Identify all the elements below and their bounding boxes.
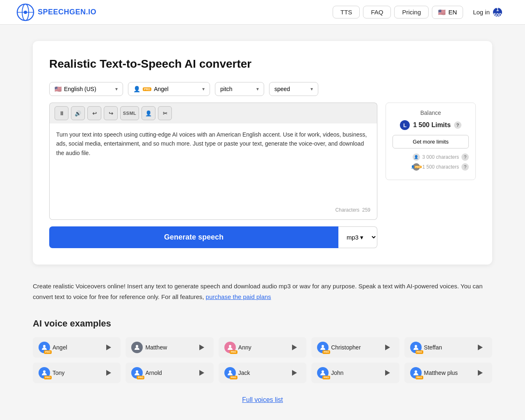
- tts-nav-button[interactable]: TTS: [333, 6, 360, 18]
- voice-card-matthew-plus[interactable]: PROMatthew plus: [404, 363, 492, 383]
- voice-name: Jack: [238, 370, 250, 376]
- voice-info: PROAngel: [39, 342, 67, 353]
- limits-help-icon[interactable]: ?: [454, 121, 461, 129]
- voice-avatar: PRO: [410, 342, 422, 353]
- logo-link[interactable]: SPEECHGEN.IO: [16, 3, 96, 21]
- voice-avatar: PRO: [39, 367, 50, 379]
- play-voice-button[interactable]: [288, 367, 301, 379]
- language-selector-wrapper[interactable]: 🇺🇸 English (US): [49, 82, 123, 96]
- svg-point-3: [24, 11, 27, 14]
- get-more-limits-button[interactable]: Get more limits: [393, 135, 469, 148]
- faq-nav-button[interactable]: FAQ: [363, 6, 391, 18]
- text-input[interactable]: Turn your text into speech using cutting…: [56, 130, 370, 204]
- purchase-link[interactable]: purchase the paid plans: [206, 293, 271, 300]
- voice-selector-wrapper[interactable]: 👤 PRO Angel: [128, 82, 210, 96]
- pro-badge: PRO: [322, 376, 330, 379]
- pro-badge: PRO: [230, 350, 237, 354]
- svg-marker-11: [385, 345, 390, 350]
- site-header: SPEECHGEN.IO TTS FAQ Pricing 🇺🇸 EN Log i…: [0, 0, 525, 25]
- svg-marker-21: [385, 370, 390, 376]
- redo-button[interactable]: ↪: [104, 106, 118, 120]
- svg-marker-7: [199, 345, 204, 350]
- format-select[interactable]: mp3 ▾ wav ogg: [338, 226, 377, 248]
- play-voice-button[interactable]: [381, 367, 394, 379]
- full-voices-section: Full voices list: [33, 388, 492, 420]
- play-voice-button[interactable]: [196, 341, 208, 354]
- voice-card-steffan[interactable]: PROSteffan: [404, 337, 492, 358]
- voice-card-arnold[interactable]: PROArnold: [126, 363, 213, 383]
- svg-point-18: [229, 370, 231, 373]
- voice-card-jack[interactable]: PROJack: [219, 363, 306, 383]
- svg-marker-9: [292, 345, 297, 350]
- full-voices-link[interactable]: Full voices list: [242, 396, 283, 403]
- svg-marker-15: [106, 370, 111, 376]
- voice-avatar: PRO: [317, 342, 329, 353]
- play-voice-button[interactable]: [474, 341, 486, 354]
- logo-text: SPEECHGEN.IO: [38, 8, 96, 16]
- pro-badge: PRO: [44, 350, 52, 354]
- pause-button[interactable]: ⏸: [55, 106, 68, 120]
- voice-name: Angel: [52, 344, 67, 351]
- voice-info: PROAnny: [224, 342, 251, 353]
- voice-avatar: PRO: [39, 342, 50, 353]
- free-user-icon: 👤: [413, 153, 420, 161]
- speed-selector-wrapper[interactable]: speed: [269, 82, 318, 96]
- voice-avatar: PRO: [131, 367, 143, 379]
- undo-button[interactable]: ↩: [87, 106, 101, 120]
- play-voice-button[interactable]: [103, 341, 115, 354]
- main-container: Realistic Text-to-Speech AI converter 🇺🇸…: [25, 41, 500, 265]
- ssml-button[interactable]: SSML: [120, 106, 139, 120]
- voice-card-angel[interactable]: PROAngel: [33, 337, 121, 358]
- pitch-selector-wrapper[interactable]: pitch: [215, 82, 264, 96]
- speed-select[interactable]: speed: [274, 86, 308, 92]
- converter-card: Realistic Text-to-Speech AI converter 🇺🇸…: [33, 41, 492, 265]
- play-voice-button[interactable]: [288, 341, 301, 354]
- play-voice-button[interactable]: [103, 367, 115, 379]
- voice-card-tony[interactable]: PROTony: [33, 363, 121, 383]
- person-button[interactable]: 👤: [142, 106, 155, 120]
- login-button[interactable]: Log in 1 500: [466, 5, 509, 19]
- pro-user-icon: 👤PRO: [413, 163, 420, 171]
- main-nav: TTS FAQ Pricing 🇺🇸 EN Log in 1 500: [333, 5, 509, 19]
- pitch-select[interactable]: pitch: [220, 86, 254, 92]
- controls-row: 🇺🇸 English (US) 👤 PRO Angel pitch sp: [49, 82, 476, 96]
- editor-left: ⏸ 🔊 ↩ ↪ SSML 👤: [49, 103, 377, 248]
- voice-name: Tony: [52, 370, 65, 376]
- scissors-button[interactable]: ✂: [158, 106, 172, 120]
- voice-card-john[interactable]: PROJohn: [311, 363, 399, 383]
- play-voice-button[interactable]: [474, 367, 486, 379]
- play-voice-button[interactable]: [196, 367, 208, 379]
- voice-name: Anny: [238, 344, 251, 351]
- svg-marker-23: [478, 370, 483, 376]
- voice-select[interactable]: Angel: [154, 86, 200, 92]
- credits-badge: 1 500: [493, 8, 502, 17]
- voice-name: Matthew: [145, 344, 167, 351]
- pro-badge: PRO: [137, 376, 144, 379]
- lang-code: EN: [448, 9, 457, 16]
- generate-speech-button[interactable]: Generate speech: [49, 226, 338, 248]
- voice-grid-row1: PROAngelMatthewPROAnnyPROChristopherPROS…: [33, 337, 492, 358]
- pro-limit-help-icon[interactable]: ?: [461, 163, 469, 171]
- svg-point-10: [322, 345, 324, 347]
- svg-marker-5: [106, 345, 111, 350]
- voice-name: Christopher: [331, 344, 361, 351]
- language-select[interactable]: English (US): [64, 86, 113, 92]
- voice-card-anny[interactable]: PROAnny: [219, 337, 306, 358]
- play-voice-button[interactable]: [381, 341, 394, 354]
- language-selector[interactable]: 🇺🇸 EN: [432, 6, 463, 19]
- voice-card-christopher[interactable]: PROChristopher: [311, 337, 399, 358]
- editor-toolbar: ⏸ 🔊 ↩ ↪ SSML 👤: [49, 103, 377, 123]
- voice-card-matthew[interactable]: Matthew: [126, 337, 213, 358]
- voice-examples-section: AI voice examples PROAngelMatthewPROAnny…: [25, 318, 500, 420]
- voice-name: Matthew plus: [424, 370, 458, 376]
- svg-point-22: [415, 370, 417, 373]
- description-section: Create realistic Voiceovers online! Inse…: [25, 281, 500, 302]
- pricing-nav-button[interactable]: Pricing: [394, 6, 429, 18]
- voice-info: PROArnold: [131, 367, 162, 379]
- text-editor[interactable]: Turn your text into speech using cutting…: [49, 123, 377, 220]
- free-limit-help-icon[interactable]: ?: [461, 153, 469, 161]
- voice-avatar-icon: 👤: [133, 86, 140, 92]
- svg-marker-13: [478, 345, 483, 350]
- person-icon: 👤: [145, 110, 152, 116]
- volume-button[interactable]: 🔊: [71, 106, 85, 120]
